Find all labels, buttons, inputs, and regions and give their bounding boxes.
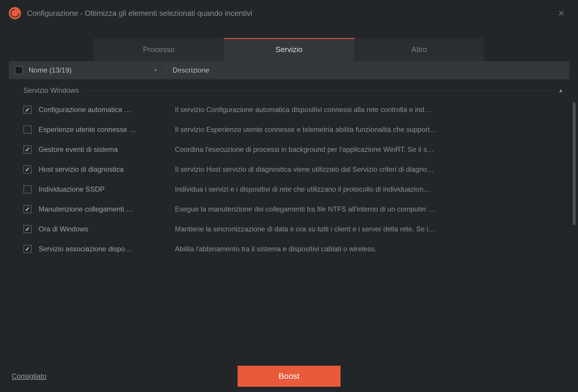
tab-altro[interactable]: Altro	[354, 38, 484, 61]
group-header[interactable]: Servizio Windows ▲	[15, 79, 563, 100]
sort-indicator-icon: +	[154, 67, 157, 74]
row-checkbox[interactable]	[23, 106, 32, 114]
row-name: Manutenzione collegamenti …	[39, 205, 175, 213]
row-name: Ora di Windows	[39, 225, 175, 233]
scrollbar-thumb[interactable]	[573, 102, 576, 225]
scrollbar-track[interactable]	[573, 82, 576, 348]
row-name: Configurazione automatica …	[39, 106, 175, 114]
row-checkbox[interactable]	[23, 185, 32, 193]
row-name: Gestore eventi di sistema	[39, 145, 175, 154]
tab-servizio[interactable]: Servizio	[224, 38, 354, 61]
chevron-up-icon[interactable]: ▲	[558, 87, 563, 94]
recommended-link[interactable]: Consigliato	[12, 372, 47, 380]
row-description: Abilita l'abbinamento tra il sistema e d…	[175, 245, 563, 253]
row-checkbox[interactable]	[23, 205, 32, 213]
row-description: Il servizio Host servizio di diagnostica…	[175, 165, 563, 173]
tab-bar: Processo Servizio Altro	[94, 38, 484, 61]
config-window: Configurazione - Ottimizza gli elementi …	[0, 0, 578, 392]
row-description: Individua i servizi e i dispositivi di r…	[175, 185, 563, 193]
table-row[interactable]: Ora di WindowsMantiene la sincronizzazio…	[15, 219, 563, 239]
row-checkbox[interactable]	[23, 145, 32, 154]
table-body: Servizio Windows ▲ Configurazione automa…	[9, 79, 569, 363]
row-name: Host servizio di diagnostica	[39, 165, 175, 173]
boost-button[interactable]: Boost	[238, 366, 340, 387]
column-header-desc[interactable]: Descrizione	[173, 66, 563, 74]
table-header: Nome (13/19) + Descrizione	[9, 61, 569, 79]
row-checkbox[interactable]	[23, 245, 32, 253]
table-row[interactable]: Individuazione SSDPIndividua i servizi e…	[15, 179, 563, 199]
row-description: Il servizio Configurazione automatica di…	[175, 106, 563, 114]
select-all-checkbox[interactable]	[15, 66, 23, 74]
column-header-name[interactable]: Nome (13/19) +	[29, 66, 166, 74]
content-area: Processo Servizio Altro Nome (13/19) + D…	[0, 26, 578, 363]
row-name: Esperienze utente connesse …	[39, 125, 175, 134]
table-row[interactable]: Gestore eventi di sistemaCoordina l'esec…	[15, 140, 563, 159]
table-row[interactable]: Configurazione automatica …Il servizio C…	[15, 100, 563, 120]
group-divider-line	[85, 90, 555, 91]
name-header-label: Nome (13/19)	[29, 66, 72, 74]
row-description: Mantiene la sincronizzazione di data e o…	[175, 225, 563, 233]
group-title: Servizio Windows	[23, 86, 79, 94]
table-row[interactable]: Servizio associazione dispo…Abilita l'ab…	[15, 239, 563, 259]
row-description: Esegue la manutenzione dei collegamenti …	[175, 205, 563, 213]
window-title: Configurazione - Ottimizza gli elementi …	[27, 9, 553, 18]
table-row[interactable]: Esperienze utente connesse …Il servizio …	[15, 120, 563, 140]
row-name: Individuazione SSDP	[39, 185, 175, 193]
row-checkbox[interactable]	[23, 165, 32, 173]
table-row[interactable]: Manutenzione collegamenti …Esegue la man…	[15, 199, 563, 219]
row-name: Servizio associazione dispo…	[39, 245, 175, 253]
app-icon	[9, 7, 21, 19]
table-row[interactable]: Host servizio di diagnosticaIl servizio …	[15, 159, 563, 179]
row-description: Coordina l'esecuzione di processi in bac…	[175, 145, 563, 154]
row-checkbox[interactable]	[23, 225, 32, 233]
row-description: Il servizio Esperienze utente connesse e…	[175, 125, 563, 134]
close-icon[interactable]: ✕	[553, 6, 569, 20]
footer: Consigliato Boost	[0, 363, 578, 392]
column-divider	[166, 66, 167, 75]
tab-processo[interactable]: Processo	[94, 38, 224, 61]
titlebar: Configurazione - Ottimizza gli elementi …	[0, 0, 578, 26]
row-checkbox[interactable]	[23, 125, 32, 134]
